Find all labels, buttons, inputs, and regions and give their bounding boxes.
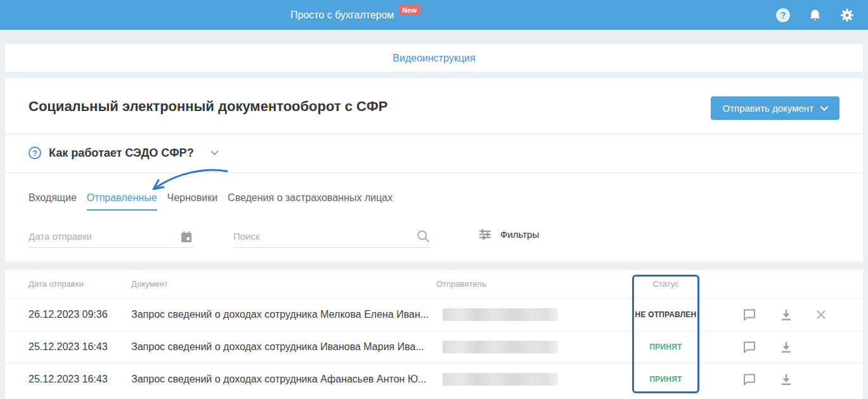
row-actions [699, 372, 863, 386]
row-actions [699, 340, 863, 354]
table-row[interactable]: 25.12.2023 16:43Запрос сведений о дохода… [5, 363, 863, 395]
main-card: Социальный электронный документооборот с… [5, 78, 863, 262]
new-badge: New [399, 5, 421, 15]
topbar-icons: ? [776, 0, 854, 30]
row-status: ПРИНЯТ [632, 375, 699, 384]
tab-0[interactable]: Входящие [29, 192, 77, 211]
send-document-button[interactable]: Отправить документ [711, 96, 839, 120]
app-title: Просто с бухгалтером [290, 10, 394, 21]
tab-3[interactable]: Сведения о застрахованных лицах [228, 192, 392, 211]
row-date: 25.12.2023 16:43 [29, 341, 131, 353]
comment-icon[interactable] [742, 373, 756, 386]
table-row[interactable]: 25.12.2023 16:43Запрос сведений о дохода… [5, 330, 863, 363]
row-sender [436, 373, 632, 386]
search-input[interactable] [233, 225, 431, 248]
download-icon[interactable] [779, 340, 793, 354]
filters-label: Фильтры [500, 229, 539, 240]
question-circle-icon: ? [29, 147, 41, 159]
row-status: НЕ ОТПРАВЛЕН [632, 310, 699, 319]
how-it-works-toggle[interactable]: ? Как работает СЭДО СФР? [29, 133, 219, 173]
redacted-sender [443, 373, 558, 386]
search-field [233, 225, 431, 248]
column-header-sender: Отправитель [436, 279, 632, 289]
date-filter-input[interactable] [29, 225, 193, 248]
date-filter-field [29, 225, 193, 248]
table-body: 26.12.2023 09:36Запрос сведений о дохода… [5, 298, 863, 395]
row-document: Запрос сведений о доходах сотрудника Ива… [131, 341, 436, 353]
tune-icon [479, 229, 491, 240]
row-document: Запрос сведений о доходах сотрудника Афа… [131, 374, 436, 385]
table-header-row: Дата отправки Документ Отправитель Стату… [5, 270, 863, 298]
tab-2[interactable]: Черновики [167, 192, 218, 211]
help-icon[interactable]: ? [776, 8, 790, 22]
app-title-group: Просто с бухгалтером New [290, 0, 420, 30]
redacted-sender [443, 308, 558, 321]
tab-1[interactable]: Отправленные [87, 192, 157, 211]
comment-icon[interactable] [742, 308, 756, 321]
page-title: Социальный электронный документооборот с… [29, 98, 387, 115]
calendar-icon[interactable] [181, 231, 192, 243]
tabs: ВходящиеОтправленныеЧерновикиСведения о … [29, 192, 392, 211]
column-header-date: Дата отправки [29, 279, 131, 289]
video-instruction-link[interactable]: Видеоинструкция [392, 53, 475, 64]
download-icon[interactable] [779, 372, 793, 386]
bell-icon[interactable] [808, 8, 822, 22]
table-row[interactable]: 26.12.2023 09:36Запрос сведений о дохода… [5, 298, 863, 330]
row-actions [699, 308, 863, 322]
search-icon[interactable] [417, 230, 430, 243]
row-date: 25.12.2023 16:43 [29, 374, 131, 385]
row-sender [436, 341, 632, 353]
delete-icon[interactable] [816, 310, 826, 320]
how-it-works-label: Как работает СЭДО СФР? [49, 147, 194, 160]
documents-table: Дата отправки Документ Отправитель Стату… [5, 270, 863, 399]
filters-toggle[interactable]: Фильтры [479, 229, 539, 240]
row-status: ПРИНЯТ [632, 343, 699, 351]
chevron-down-icon [211, 150, 219, 156]
row-sender [436, 308, 632, 321]
gear-icon[interactable] [840, 8, 854, 22]
comment-icon[interactable] [742, 341, 756, 353]
filter-row: Фильтры [29, 223, 539, 248]
row-document: Запрос сведений о доходах сотрудника Мел… [131, 309, 436, 320]
divider [5, 173, 863, 173]
column-header-document: Документ [131, 279, 436, 289]
redacted-sender [443, 341, 558, 353]
download-icon[interactable] [779, 308, 793, 322]
video-instruction-bar: Видеоинструкция [5, 44, 863, 72]
column-header-status: Статус [632, 279, 699, 289]
row-date: 26.12.2023 09:36 [29, 309, 131, 320]
send-document-label: Отправить документ [722, 103, 813, 114]
topbar: Просто с бухгалтером New ? [0, 0, 868, 30]
chevron-down-icon [820, 106, 828, 111]
